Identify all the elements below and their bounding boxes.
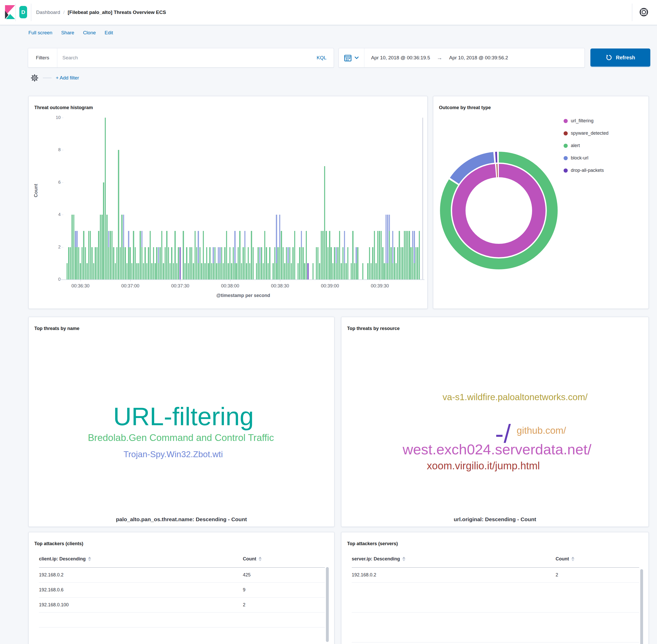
histogram-bar[interactable] xyxy=(90,231,91,279)
histogram-bar[interactable] xyxy=(195,231,196,279)
histogram-bar[interactable] xyxy=(357,247,358,279)
histogram-bar[interactable] xyxy=(276,215,277,263)
histogram-bar[interactable] xyxy=(414,263,415,279)
histogram-bar[interactable] xyxy=(140,231,141,279)
histogram-bar[interactable] xyxy=(370,263,372,279)
histogram-bar[interactable] xyxy=(292,247,294,279)
space-avatar[interactable]: D xyxy=(19,6,27,18)
gear-icon[interactable] xyxy=(30,74,39,82)
histogram-bar[interactable] xyxy=(345,263,347,279)
histogram-bar[interactable] xyxy=(156,247,157,279)
histogram-bar[interactable] xyxy=(304,263,305,279)
add-filter-button[interactable]: + Add filter xyxy=(56,75,79,81)
histogram-bar[interactable] xyxy=(91,247,93,279)
histogram-bar[interactable] xyxy=(171,247,173,279)
histogram-bar[interactable] xyxy=(108,231,109,247)
histogram-bar[interactable] xyxy=(88,231,90,279)
scrollbar[interactable] xyxy=(326,567,329,642)
histogram-bar[interactable] xyxy=(193,263,194,279)
histogram-bar[interactable] xyxy=(384,263,385,279)
histogram-bar[interactable] xyxy=(106,215,108,279)
histogram-bar[interactable] xyxy=(352,231,354,279)
histogram-bar[interactable] xyxy=(331,247,332,279)
histogram-bar[interactable] xyxy=(144,247,146,279)
histogram-bar[interactable] xyxy=(381,231,382,279)
histogram-bar[interactable] xyxy=(288,247,289,263)
menu-clone[interactable]: Clone xyxy=(83,30,96,36)
histogram-bar[interactable] xyxy=(248,247,249,279)
tag-cloud-term[interactable]: Bredolab.Gen Command and Control Traffic xyxy=(88,432,274,443)
histogram-bar[interactable] xyxy=(183,231,184,279)
histogram-bar[interactable] xyxy=(263,263,264,279)
date-from[interactable]: Apr 10, 2018 @ 00:36:19.5 xyxy=(364,55,437,61)
histogram-bar[interactable] xyxy=(256,263,257,279)
histogram-bar[interactable] xyxy=(229,247,231,279)
histogram-bar[interactable] xyxy=(276,263,277,279)
histogram-bar[interactable] xyxy=(93,263,94,279)
histogram-bar[interactable] xyxy=(128,247,129,279)
histogram-bar[interactable] xyxy=(68,247,69,279)
legend-item-url_filtering[interactable]: url_filtering xyxy=(564,116,609,125)
histogram-bar[interactable] xyxy=(389,215,390,231)
histogram-bar[interactable] xyxy=(291,263,292,279)
histogram-bar[interactable] xyxy=(376,263,377,279)
histogram-bar[interactable] xyxy=(155,263,156,279)
histogram-bar[interactable] xyxy=(224,247,226,279)
histogram-bar[interactable] xyxy=(397,247,399,279)
histogram-bar[interactable] xyxy=(151,263,153,279)
histogram-bar[interactable] xyxy=(70,247,71,279)
histogram-bar[interactable] xyxy=(409,231,410,279)
histogram-bar[interactable] xyxy=(394,247,395,279)
histogram-bar[interactable] xyxy=(234,263,235,279)
histogram-bar[interactable] xyxy=(289,247,291,279)
histogram-bar[interactable] xyxy=(113,247,114,279)
histogram-bar[interactable] xyxy=(112,231,113,279)
histogram-bar[interactable] xyxy=(356,263,357,279)
histogram-bar[interactable] xyxy=(213,247,214,263)
histogram-bar[interactable] xyxy=(279,247,280,279)
histogram-bar[interactable] xyxy=(82,247,83,279)
histogram-bar[interactable] xyxy=(110,231,111,279)
histogram-bar[interactable] xyxy=(319,263,320,279)
menu-full-screen[interactable]: Full screen xyxy=(28,30,52,36)
histogram-bar[interactable] xyxy=(124,247,126,279)
histogram-bar[interactable] xyxy=(130,247,131,279)
histogram-bar[interactable] xyxy=(127,263,128,279)
histogram-bar[interactable] xyxy=(387,263,388,279)
histogram-bar[interactable] xyxy=(395,263,397,279)
histogram-bar[interactable] xyxy=(326,231,327,279)
histogram-bar[interactable] xyxy=(379,231,380,279)
histogram-bar[interactable] xyxy=(299,247,300,279)
tag-cloud-term[interactable]: va-s1.wildfire.paloaltonetworks.com/ xyxy=(443,392,588,402)
histogram-bar[interactable] xyxy=(279,215,280,247)
histogram-bar[interactable] xyxy=(118,150,119,279)
histogram-bar[interactable] xyxy=(264,231,266,279)
histogram-bar[interactable] xyxy=(321,231,322,279)
histogram-bar[interactable] xyxy=(389,231,390,279)
histogram-bar[interactable] xyxy=(419,231,420,279)
histogram-bar[interactable] xyxy=(123,247,124,279)
histogram-bar[interactable] xyxy=(243,247,244,279)
legend-item-block-url[interactable]: block-url xyxy=(564,154,609,163)
histogram-bar[interactable] xyxy=(201,263,202,279)
histogram-bar[interactable] xyxy=(372,247,373,279)
histogram-bar[interactable] xyxy=(342,247,344,279)
histogram-bar[interactable] xyxy=(405,231,407,279)
histogram-bar[interactable] xyxy=(317,247,319,279)
date-to[interactable]: Apr 10, 2018 @ 00:39:56.2 xyxy=(442,55,515,61)
histogram-bar[interactable] xyxy=(133,231,134,279)
histogram-bar[interactable] xyxy=(226,231,227,279)
histogram-bar[interactable] xyxy=(203,231,204,279)
histogram-bar[interactable] xyxy=(392,263,393,279)
table-row[interactable]: 192.168.0.1002 xyxy=(39,598,325,613)
histogram-bar[interactable] xyxy=(148,247,149,279)
histogram-bar[interactable] xyxy=(284,263,286,279)
breadcrumb-dashboard[interactable]: Dashboard xyxy=(36,9,60,15)
column-header-server-ip[interactable]: server.ip: Descending xyxy=(352,556,405,562)
help-button[interactable] xyxy=(639,7,649,17)
histogram-bar[interactable] xyxy=(141,231,143,247)
histogram-bar[interactable] xyxy=(239,231,241,279)
table-row[interactable]: 192.168.0.22 xyxy=(352,568,639,582)
histogram-bar[interactable] xyxy=(131,263,133,279)
kql-toggle[interactable]: KQL xyxy=(310,55,334,61)
